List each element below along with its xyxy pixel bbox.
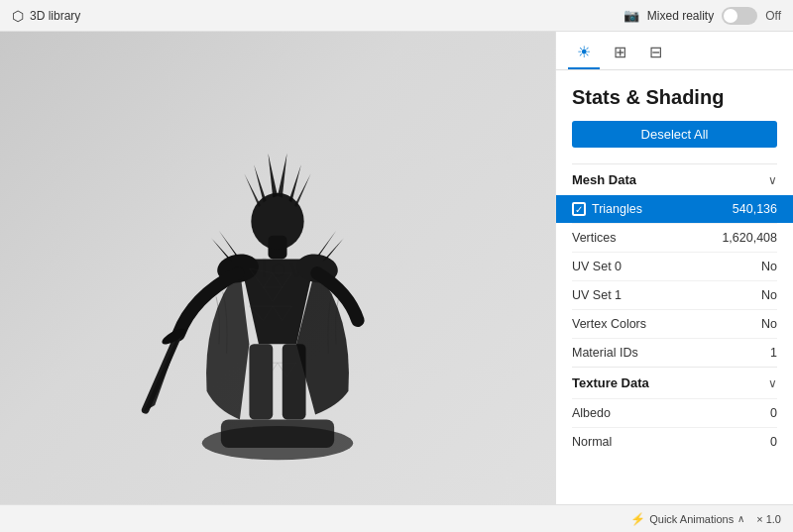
uvset0-value: No	[761, 260, 777, 273]
bottom-bar: ⚡ Quick Animations ∧ × 1.0	[0, 504, 793, 532]
tab-bar: ☀ ⊞ ⊟	[556, 32, 793, 70]
material-ids-row: Material IDs 1	[572, 338, 777, 367]
quick-animations-label: Quick Animations	[649, 513, 734, 525]
mesh-data-chevron: ∨	[768, 173, 777, 187]
normal-row: Normal 0	[572, 427, 777, 456]
3d-model	[119, 70, 436, 467]
panel-title: Stats & Shading	[572, 86, 777, 109]
vertices-label: Vertices	[572, 231, 616, 245]
viewport[interactable]: lililove.	[0, 32, 555, 504]
uvset0-row: UV Set 0 No	[572, 252, 777, 280]
triangles-checkbox[interactable]: ✓	[572, 202, 586, 216]
albedo-row: Albedo 0	[572, 398, 777, 427]
uvset1-label: UV Set 1	[572, 288, 622, 302]
zoom-value: × 1.0	[756, 513, 781, 525]
mesh-data-header[interactable]: Mesh Data ∨	[572, 163, 777, 195]
uvset0-label: UV Set 0	[572, 260, 622, 273]
mixed-reality-toggle-group: 📷 Mixed reality Off	[623, 7, 781, 25]
vertices-row: Vertices 1,620,408	[572, 223, 777, 252]
camera-icon: 📷	[623, 8, 639, 23]
svg-rect-2	[249, 344, 273, 419]
texture-data-title: Texture Data	[572, 375, 649, 390]
svg-rect-1	[221, 419, 334, 448]
panel-content: Stats & Shading Deselect All Mesh Data ∨…	[556, 70, 793, 504]
uvset1-value: No	[761, 288, 777, 302]
tab-tiles[interactable]: ⊟	[639, 40, 671, 69]
triangles-label: Triangles	[592, 202, 642, 216]
library-label: 3D library	[30, 9, 80, 23]
deselect-all-button[interactable]: Deselect All	[572, 121, 777, 148]
zoom-item: × 1.0	[756, 513, 781, 525]
material-ids-label: Material IDs	[572, 346, 638, 360]
triangles-left: ✓ Triangles	[572, 202, 642, 216]
normal-label: Normal	[572, 435, 612, 449]
animations-icon: ⚡	[630, 512, 645, 526]
quick-animations-item[interactable]: ⚡ Quick Animations ∧	[630, 512, 744, 526]
albedo-label: Albedo	[572, 406, 611, 420]
tab-grid[interactable]: ⊞	[604, 40, 635, 69]
vertex-colors-value: No	[761, 317, 777, 331]
cube-icon: ⬡	[12, 8, 24, 24]
svg-point-7	[251, 192, 303, 249]
normal-value: 0	[770, 435, 777, 449]
library-link[interactable]: ⬡ 3D library	[12, 8, 80, 24]
off-label: Off	[765, 9, 781, 23]
vertex-colors-label: Vertex Colors	[572, 317, 646, 331]
texture-data-section: Texture Data ∨ Albedo 0 Normal 0	[572, 367, 777, 456]
vertex-colors-row: Vertex Colors No	[572, 309, 777, 338]
mesh-data-section: Mesh Data ∨ ✓ Triangles 540,136 Vertices…	[572, 163, 777, 367]
top-bar: ⬡ 3D library 📷 Mixed reality Off	[0, 0, 793, 32]
material-ids-value: 1	[770, 346, 777, 360]
uvset1-row: UV Set 1 No	[572, 280, 777, 309]
triangles-value: 540,136	[733, 202, 777, 216]
mixed-reality-toggle[interactable]	[722, 7, 757, 25]
tab-shading[interactable]: ☀	[568, 40, 600, 69]
vertices-value: 1,620,408	[722, 231, 777, 245]
albedo-value: 0	[770, 406, 777, 420]
mesh-data-title: Mesh Data	[572, 172, 636, 187]
texture-data-chevron: ∨	[768, 376, 777, 390]
right-panel: ☀ ⊞ ⊟ Stats & Shading Deselect All Mesh …	[555, 32, 793, 504]
animations-chevron: ∧	[737, 513, 744, 524]
triangles-row: ✓ Triangles 540,136	[556, 195, 793, 223]
mixed-reality-label: Mixed reality	[647, 9, 714, 23]
main-area: lililove.	[0, 32, 793, 504]
texture-data-header[interactable]: Texture Data ∨	[572, 367, 777, 398]
